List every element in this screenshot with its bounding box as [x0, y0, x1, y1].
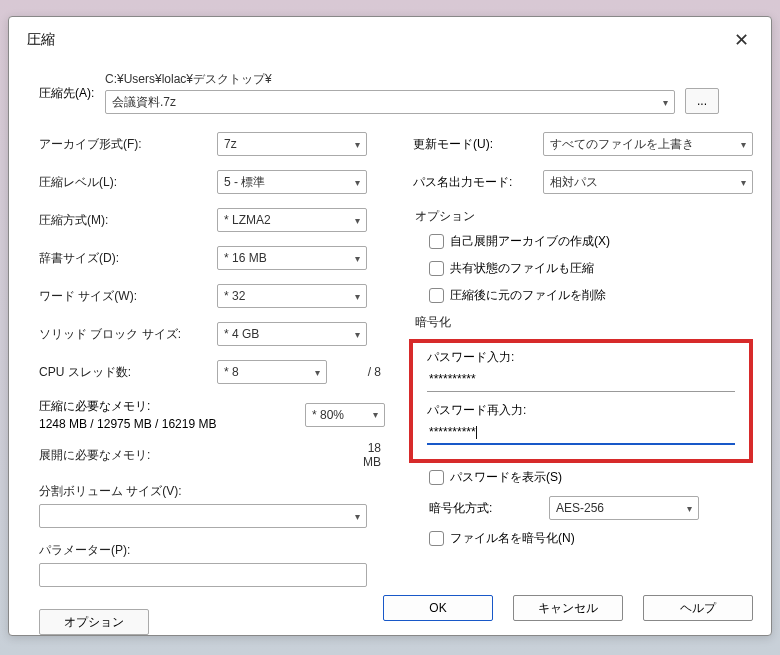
- compression-level-select[interactable]: 5 - 標準▾: [217, 170, 367, 194]
- password-confirm-input[interactable]: **********: [427, 423, 735, 445]
- compress-dialog: 圧縮 ✕ 圧縮先(A): C:¥Users¥lolac¥デスクトップ¥ 会議資料…: [8, 16, 772, 636]
- chevron-down-icon: ▾: [355, 511, 360, 522]
- chevron-down-icon: ▾: [355, 329, 360, 340]
- archive-format-label: アーカイブ形式(F):: [39, 136, 217, 153]
- cpu-threads-select[interactable]: * 8▾: [217, 360, 327, 384]
- checkbox-icon: [429, 531, 444, 546]
- parameter-label: パラメーター(P):: [39, 542, 385, 559]
- solid-block-select[interactable]: * 4 GB▾: [217, 322, 367, 346]
- chevron-down-icon: ▾: [315, 367, 320, 378]
- dictionary-size-label: 辞書サイズ(D):: [39, 250, 217, 267]
- show-password-label: パスワードを表示(S): [450, 469, 562, 486]
- chevron-down-icon: ▾: [355, 215, 360, 226]
- destination-row: 圧縮先(A): C:¥Users¥lolac¥デスクトップ¥ 会議資料.7z ▾…: [39, 71, 753, 114]
- delete-after-checkbox-row[interactable]: 圧縮後に元のファイルを削除: [429, 287, 753, 304]
- close-icon[interactable]: ✕: [726, 27, 757, 53]
- archive-format-select[interactable]: 7z▾: [217, 132, 367, 156]
- encryption-method-select[interactable]: AES-256▾: [549, 496, 699, 520]
- chevron-down-icon: ▾: [355, 139, 360, 150]
- ok-button[interactable]: OK: [383, 595, 493, 621]
- update-mode-select[interactable]: すべてのファイルを上書き▾: [543, 132, 753, 156]
- mem-percent-select[interactable]: * 80%▾: [305, 403, 385, 427]
- shared-checkbox-row[interactable]: 共有状態のファイルも圧縮: [429, 260, 753, 277]
- help-button[interactable]: ヘルプ: [643, 595, 753, 621]
- options-group-title: オプション: [415, 208, 753, 225]
- shared-label: 共有状態のファイルも圧縮: [450, 260, 594, 277]
- mem-decompress-label: 展開に必要なメモリ:: [39, 447, 363, 464]
- chevron-down-icon: ▾: [687, 503, 692, 514]
- split-volume-select[interactable]: ▾: [39, 504, 367, 528]
- dictionary-size-select[interactable]: * 16 MB▾: [217, 246, 367, 270]
- destination-file-select[interactable]: 会議資料.7z ▾: [105, 90, 675, 114]
- compression-level-label: 圧縮レベル(L):: [39, 174, 217, 191]
- delete-after-label: 圧縮後に元のファイルを削除: [450, 287, 606, 304]
- encrypt-filenames-checkbox-row[interactable]: ファイル名を暗号化(N): [429, 530, 753, 547]
- checkbox-icon: [429, 470, 444, 485]
- compression-method-select[interactable]: * LZMA2▾: [217, 208, 367, 232]
- solid-block-label: ソリッド ブロック サイズ:: [39, 326, 217, 343]
- options-button[interactable]: オプション: [39, 609, 149, 635]
- word-size-select[interactable]: * 32▾: [217, 284, 367, 308]
- compression-method-label: 圧縮方式(M):: [39, 212, 217, 229]
- titlebar: 圧縮 ✕: [9, 17, 771, 59]
- chevron-down-icon: ▾: [741, 177, 746, 188]
- button-bar: OK キャンセル ヘルプ: [383, 595, 753, 621]
- text-cursor: [476, 426, 477, 439]
- sfx-label: 自己展開アーカイブの作成(X): [450, 233, 610, 250]
- encryption-group-title: 暗号化: [415, 314, 753, 331]
- cpu-threads-label: CPU スレッド数:: [39, 364, 217, 381]
- mem-compress-label: 圧縮に必要なメモリ:: [39, 398, 216, 415]
- encryption-highlight-box: パスワード入力: ********** パスワード再入力: **********: [409, 339, 753, 463]
- password-confirm-label: パスワード再入力:: [427, 402, 735, 419]
- split-volume-label: 分割ボリューム サイズ(V):: [39, 483, 385, 500]
- cancel-button[interactable]: キャンセル: [513, 595, 623, 621]
- browse-button[interactable]: ...: [685, 88, 719, 114]
- parameter-input[interactable]: [39, 563, 367, 587]
- destination-path: C:¥Users¥lolac¥デスクトップ¥: [105, 71, 675, 88]
- encryption-method-label: 暗号化方式:: [429, 500, 549, 517]
- chevron-down-icon: ▾: [741, 139, 746, 150]
- chevron-down-icon: ▾: [355, 253, 360, 264]
- path-mode-label: パス名出力モード:: [413, 174, 543, 191]
- checkbox-icon: [429, 288, 444, 303]
- password-input[interactable]: **********: [427, 370, 735, 392]
- mem-compress-value: 1248 MB / 12975 MB / 16219 MB: [39, 417, 216, 431]
- checkbox-icon: [429, 261, 444, 276]
- sfx-checkbox-row[interactable]: 自己展開アーカイブの作成(X): [429, 233, 753, 250]
- password-label: パスワード入力:: [427, 349, 735, 366]
- mem-decompress-value: 18 MB: [363, 441, 385, 469]
- destination-file: 会議資料.7z: [112, 94, 176, 111]
- chevron-down-icon: ▾: [373, 409, 378, 420]
- chevron-down-icon: ▾: [355, 291, 360, 302]
- chevron-down-icon: ▾: [355, 177, 360, 188]
- chevron-down-icon: ▾: [663, 97, 668, 108]
- update-mode-label: 更新モード(U):: [413, 136, 543, 153]
- cpu-threads-total: / 8: [327, 365, 385, 379]
- encrypt-filenames-label: ファイル名を暗号化(N): [450, 530, 575, 547]
- word-size-label: ワード サイズ(W):: [39, 288, 217, 305]
- window-title: 圧縮: [27, 31, 55, 49]
- destination-label: 圧縮先(A):: [39, 71, 105, 102]
- path-mode-select[interactable]: 相対パス▾: [543, 170, 753, 194]
- checkbox-icon: [429, 234, 444, 249]
- right-column: 更新モード(U): すべてのファイルを上書き▾ パス名出力モード: 相対パス▾ …: [413, 132, 753, 635]
- left-column: アーカイブ形式(F): 7z▾ 圧縮レベル(L): 5 - 標準▾ 圧縮方式(M…: [39, 132, 385, 635]
- show-password-checkbox-row[interactable]: パスワードを表示(S): [429, 469, 753, 486]
